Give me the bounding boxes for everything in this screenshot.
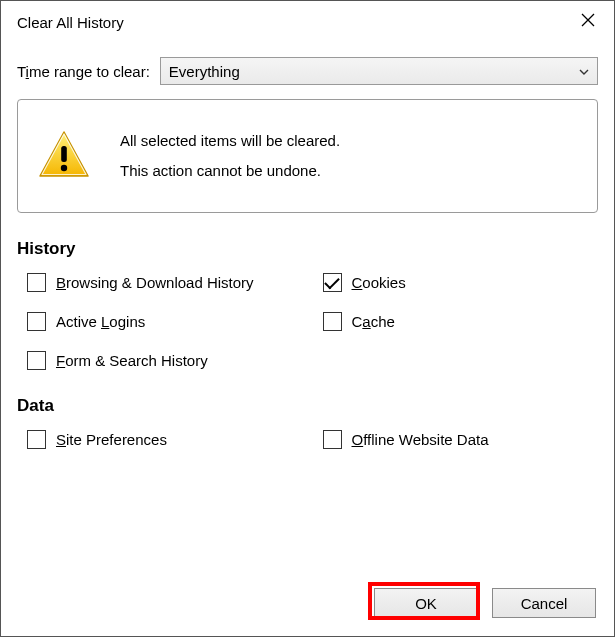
checkbox-cookies-label: Cookies [352,274,406,291]
history-options-grid: Browsing & Download HistoryCookiesActive… [17,273,598,370]
checkbox-active-logins-label: Active Logins [56,313,145,330]
close-button[interactable] [562,1,614,43]
warning-icon [36,128,92,184]
checkbox-form-search-history-label: Form & Search History [56,352,208,369]
time-range-row: Time range to clear: Everything [17,57,598,85]
cancel-button[interactable]: Cancel [492,588,596,618]
checkbox-site-preferences-checkbox[interactable] [27,430,46,449]
checkbox-offline-website-data-checkbox[interactable] [323,430,342,449]
button-row: OK Cancel [374,588,596,618]
chevron-down-icon [579,63,589,80]
svg-point-1 [61,165,67,171]
checkbox-form-search-history[interactable]: Form & Search History [27,351,303,370]
checkbox-offline-website-data[interactable]: Offline Website Data [323,430,599,449]
dialog-content: Time range to clear: Everything [1,43,614,491]
checkbox-cache[interactable]: Cache [323,312,599,331]
checkbox-cache-checkbox[interactable] [323,312,342,331]
checkbox-cache-label: Cache [352,313,395,330]
time-range-label-pre: T [17,63,26,80]
warning-line1: All selected items will be cleared. [120,126,340,156]
ok-button[interactable]: OK [374,588,478,618]
checkbox-site-preferences[interactable]: Site Preferences [27,430,303,449]
titlebar: Clear All History [1,1,614,43]
checkbox-form-search-history-checkbox[interactable] [27,351,46,370]
checkbox-cookies-checkbox[interactable] [323,273,342,292]
warning-text: All selected items will be cleared. This… [120,126,340,186]
dialog-window: Clear All History Time range to clear: E… [0,0,615,637]
warning-line2: This action cannot be undone. [120,156,340,186]
time-range-select-value: Everything [169,63,240,80]
window-title: Clear All History [17,14,124,31]
time-range-label: Time range to clear: [17,63,150,80]
checkbox-cookies[interactable]: Cookies [323,273,599,292]
time-range-label-post: me range to clear: [29,63,150,80]
svg-rect-0 [61,146,67,162]
checkbox-active-logins[interactable]: Active Logins [27,312,303,331]
data-options-grid: Site PreferencesOffline Website Data [17,430,598,449]
checkbox-active-logins-checkbox[interactable] [27,312,46,331]
checkbox-site-preferences-label: Site Preferences [56,431,167,448]
time-range-select[interactable]: Everything [160,57,598,85]
checkbox-browsing-download-history-label: Browsing & Download History [56,274,254,291]
section-heading-data: Data [17,396,598,416]
warning-box: All selected items will be cleared. This… [17,99,598,213]
section-heading-history: History [17,239,598,259]
close-icon [581,13,595,31]
checkbox-browsing-download-history-checkbox[interactable] [27,273,46,292]
checkbox-offline-website-data-label: Offline Website Data [352,431,489,448]
checkbox-browsing-download-history[interactable]: Browsing & Download History [27,273,303,292]
